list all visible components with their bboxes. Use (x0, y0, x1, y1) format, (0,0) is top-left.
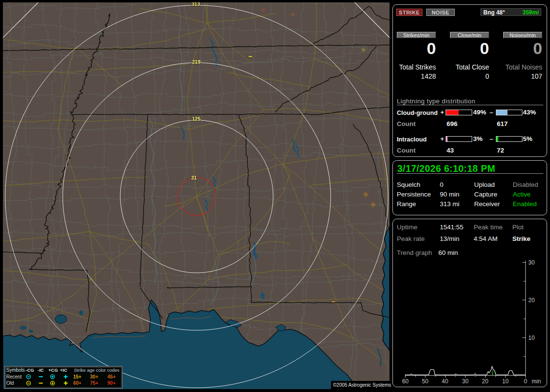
svg-text:+IC: +IC (60, 367, 67, 373)
svg-text:50: 50 (422, 378, 429, 385)
svg-text:90+: 90+ (107, 380, 116, 386)
svg-text:60: 60 (402, 378, 409, 385)
svg-text:30: 30 (528, 259, 535, 266)
svg-text:Old: Old (6, 380, 14, 386)
svg-text:Strike age color codes: Strike age color codes (74, 367, 119, 373)
svg-text:10: 10 (528, 335, 535, 341)
svg-text:40: 40 (442, 378, 449, 385)
svg-text:20: 20 (482, 378, 489, 385)
svg-text:31: 31 (191, 175, 197, 181)
svg-text:219: 219 (192, 59, 201, 65)
svg-text:75+: 75+ (90, 380, 98, 386)
svg-text:10: 10 (502, 378, 509, 385)
svg-text:20: 20 (528, 297, 535, 304)
svg-text:Recent: Recent (6, 374, 22, 379)
svg-text:Symbols: Symbols (6, 367, 25, 373)
svg-text:-CG: -CG (26, 367, 34, 373)
svg-text:125: 125 (192, 116, 201, 122)
svg-text:60+: 60+ (73, 380, 82, 386)
svg-text:+CG: +CG (48, 367, 58, 373)
svg-text:-IC: -IC (38, 367, 44, 373)
svg-text:30: 30 (462, 378, 469, 385)
svg-text:15+: 15+ (73, 374, 82, 379)
svg-text:0: 0 (524, 378, 527, 385)
svg-text:min: min (532, 378, 541, 385)
svg-text:45+: 45+ (107, 374, 116, 379)
svg-text:30+: 30+ (90, 374, 98, 379)
svg-text:©2005 Astrogenic Systems: ©2005 Astrogenic Systems (333, 382, 391, 388)
